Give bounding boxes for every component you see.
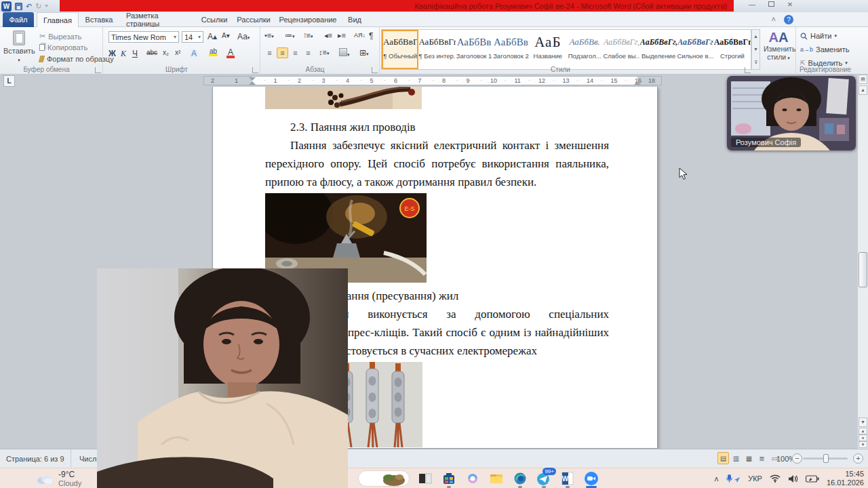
- close-button[interactable]: ✕: [785, 1, 795, 8]
- webcam-video-main[interactable]: [97, 268, 348, 488]
- borders-button[interactable]: ⊞▾: [359, 48, 369, 58]
- font-dialog-launcher[interactable]: [252, 67, 258, 73]
- hidden-icons-caret[interactable]: ᴧ: [715, 474, 719, 483]
- bullets-button[interactable]: •≡▾: [264, 31, 274, 39]
- tab-insert[interactable]: Вставка: [80, 12, 118, 27]
- line-spacing-button[interactable]: ↕≡▾: [319, 48, 329, 56]
- style-strict[interactable]: АаБбВвГг, Строгий: [714, 30, 751, 69]
- justify-button[interactable]: ≡: [302, 47, 314, 58]
- mic-location-icon[interactable]: [726, 474, 741, 483]
- ruler-toggle-button[interactable]: ▤: [859, 75, 867, 84]
- document-image-wire-twisting[interactable]: [265, 87, 422, 109]
- text-effects-button[interactable]: А: [191, 49, 197, 58]
- align-left-button[interactable]: ≡: [264, 47, 275, 58]
- view-web-layout-icon[interactable]: ▦: [743, 452, 755, 464]
- styles-gallery-scroll[interactable]: ▲▼⊽: [751, 29, 760, 70]
- horizontal-ruler[interactable]: 2 1 1·2·3·4·5·6·7·8·9·10·11·12·13·14·15·…: [203, 76, 662, 85]
- tab-page-layout[interactable]: Разметка страницы: [119, 12, 195, 27]
- clock[interactable]: 15:45 16.01.2026: [827, 470, 864, 487]
- left-indent-marker[interactable]: [249, 81, 256, 85]
- style-intense-emphasis[interactable]: АаБбВвГг Сильное в...: [677, 30, 713, 69]
- find-button[interactable]: Найти▾: [800, 32, 837, 40]
- microsoft-store-icon[interactable]: [441, 470, 457, 487]
- status-page[interactable]: Страница: 6 из 9: [0, 449, 71, 468]
- undo-icon[interactable]: ↶: [26, 1, 32, 11]
- tab-review[interactable]: Рецензирование: [275, 12, 340, 27]
- cut-button[interactable]: ✂ Вырезать: [39, 32, 81, 41]
- change-case-button[interactable]: Аа▾: [237, 32, 250, 41]
- style-heading1[interactable]: АаБбВв Заголовок 1: [456, 30, 492, 69]
- browse-next-icon[interactable]: ▾: [859, 441, 867, 448]
- zoom-app-icon[interactable]: [583, 470, 599, 487]
- decrease-indent-button[interactable]: ◂≡: [324, 31, 332, 40]
- tab-file[interactable]: Файл: [3, 12, 34, 27]
- search-box[interactable]: [358, 470, 410, 487]
- shading-button[interactable]: ▾: [339, 48, 350, 58]
- word-taskbar-icon[interactable]: W: [559, 470, 576, 487]
- bold-button[interactable]: Ж: [108, 49, 116, 58]
- style-emphasis[interactable]: АаБбВвГг, Выделение: [640, 30, 677, 69]
- italic-button[interactable]: К: [121, 49, 126, 59]
- sort-button[interactable]: АЯ↓: [354, 32, 366, 39]
- task-view-icon[interactable]: [417, 470, 433, 487]
- style-no-spacing[interactable]: АаБбВвГг, ¶ Без интер...: [418, 30, 455, 69]
- copy-button[interactable]: Копировать: [39, 43, 87, 52]
- telegram-icon[interactable]: 99+: [536, 470, 552, 487]
- style-normal[interactable]: АаБбВвГг, ¶ Обычный: [382, 30, 418, 69]
- language-indicator[interactable]: УКР: [748, 474, 762, 483]
- view-fullscreen-icon[interactable]: ▥: [730, 452, 742, 464]
- redo-icon[interactable]: ↻: [35, 1, 41, 11]
- word-logo-icon[interactable]: W: [1, 1, 12, 12]
- help-icon[interactable]: ?: [784, 15, 793, 24]
- strikethrough-button[interactable]: abc: [146, 49, 157, 56]
- zoom-in-button[interactable]: +: [853, 453, 863, 464]
- first-line-indent-marker[interactable]: [249, 77, 256, 81]
- right-indent-marker[interactable]: [634, 81, 641, 85]
- highlight-color-button[interactable]: ab: [209, 47, 218, 56]
- font-color-button[interactable]: А: [226, 47, 235, 58]
- paste-button[interactable]: Вставить ▾: [3, 30, 35, 65]
- scroll-up-icon[interactable]: ▲: [859, 85, 867, 95]
- zoom-out-button[interactable]: −: [792, 453, 802, 464]
- scroll-down-icon[interactable]: ▼: [859, 418, 867, 427]
- numbering-button[interactable]: ≔▾: [285, 31, 295, 40]
- change-styles-button[interactable]: АА Изменить стили ▾: [764, 30, 793, 69]
- browse-previous-icon[interactable]: ▴: [859, 428, 867, 434]
- volume-icon[interactable]: [788, 474, 798, 483]
- qat-customize-icon[interactable]: ▾: [45, 1, 47, 11]
- paragraph-dialog-launcher[interactable]: [372, 67, 378, 73]
- superscript-button[interactable]: x²: [175, 49, 180, 56]
- shrink-font-button[interactable]: А▾: [222, 32, 230, 39]
- subscript-button[interactable]: x₂: [163, 49, 169, 56]
- tab-mailings[interactable]: Рассылки: [233, 12, 274, 27]
- wifi-icon[interactable]: [770, 474, 781, 483]
- font-family-combo[interactable]: Times New Rom▾: [108, 31, 179, 43]
- webcam-video-thumbnail[interactable]: Розумович Софія: [727, 76, 856, 150]
- tab-stop-selector[interactable]: L: [3, 75, 15, 87]
- style-heading2[interactable]: АаБбВв Заголовок 2: [492, 30, 529, 69]
- multilevel-list-button[interactable]: ⁝≡▾: [304, 31, 313, 40]
- clipboard-dialog-launcher[interactable]: [95, 67, 101, 73]
- copilot-icon[interactable]: [465, 470, 481, 487]
- save-icon[interactable]: [15, 3, 22, 10]
- underline-button[interactable]: Ч: [132, 49, 138, 58]
- grow-font-button[interactable]: А▴: [208, 32, 217, 41]
- view-print-layout-icon[interactable]: ▤: [717, 452, 729, 464]
- battery-icon[interactable]: [806, 475, 819, 483]
- file-explorer-icon[interactable]: [488, 470, 505, 487]
- align-right-button[interactable]: ≡: [290, 47, 301, 58]
- zoom-slider[interactable]: [803, 458, 848, 460]
- restore-button[interactable]: [766, 1, 776, 8]
- tab-view[interactable]: Вид: [342, 12, 368, 27]
- styles-dialog-launcher[interactable]: [745, 67, 751, 73]
- collapse-ribbon-icon[interactable]: ˄: [772, 15, 776, 24]
- weather-widget[interactable]: -9°C Cloudy: [35, 470, 81, 487]
- edge-icon[interactable]: [512, 470, 528, 487]
- font-size-combo[interactable]: 14▾: [182, 31, 203, 43]
- tab-references[interactable]: Ссылки: [197, 12, 232, 27]
- style-subtitle[interactable]: АаБбВв. Подзагол...: [566, 30, 603, 69]
- paragraph-2-3[interactable]: Паяння забезпечує якісний електричний ко…: [265, 136, 609, 191]
- style-title[interactable]: АаБ Название: [530, 30, 566, 69]
- view-outline-icon[interactable]: ≣: [756, 452, 768, 464]
- browse-object-icon[interactable]: ●: [859, 434, 867, 441]
